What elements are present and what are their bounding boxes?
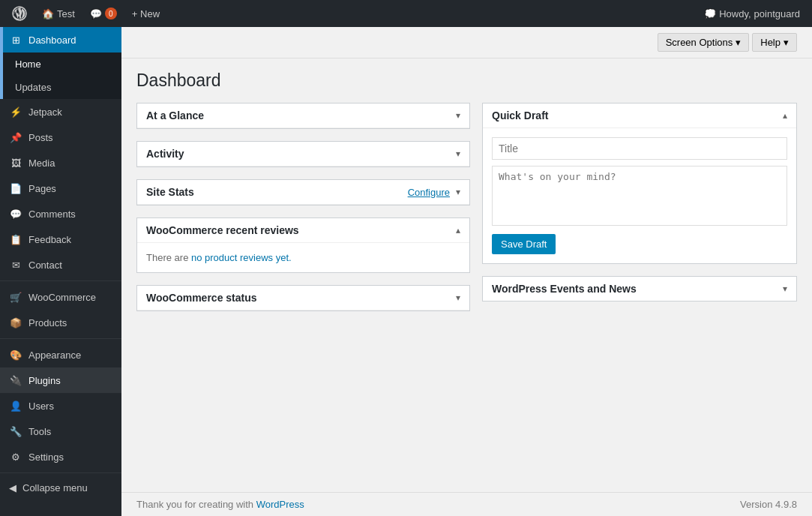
contact-label: Contact <box>28 260 62 271</box>
settings-label: Settings <box>28 452 64 463</box>
updates-label: Updates <box>15 82 51 93</box>
sidebar-item-posts[interactable]: 📌 Posts <box>0 124 121 150</box>
woo-reviews-toggle[interactable] <box>456 225 460 236</box>
footer-left: Thank you for creating with WordPress <box>136 499 304 510</box>
quick-draft-widget: Quick Draft Save Draft <box>482 103 797 264</box>
plugins-label: Plugins <box>28 375 61 386</box>
quick-draft-header[interactable]: Quick Draft <box>483 104 796 128</box>
woocommerce-label: WooCommerce <box>28 292 96 303</box>
site-stats-title: Site Stats <box>146 186 194 198</box>
screen-options-button[interactable]: Screen Options ▾ <box>658 33 750 52</box>
collapse-menu-button[interactable]: ◀ Collapse menu <box>0 476 121 500</box>
dashboard-submenu: Home Updates <box>0 52 121 99</box>
quick-draft-title: Quick Draft <box>492 110 548 122</box>
header-buttons: Screen Options ▾ Help ▾ <box>658 33 797 52</box>
sidebar-item-home[interactable]: Home <box>0 52 121 76</box>
sidebar-item-comments[interactable]: 💬 Comments <box>0 201 121 226</box>
at-a-glance-toggle[interactable] <box>456 110 460 121</box>
plugins-row: 🔌 Plugins Installed Plugins Add New E <box>0 368 121 393</box>
wp-events-header[interactable]: WordPress Events and News <box>483 277 796 301</box>
sidebar-item-products[interactable]: 📦 Products <box>0 310 121 335</box>
new-content-button[interactable]: + New <box>126 0 166 27</box>
sidebar-item-plugins[interactable]: 🔌 Plugins <box>0 368 121 393</box>
sidebar-item-dashboard[interactable]: ⊞ Dashboard <box>0 27 121 52</box>
site-name-label: Test <box>57 8 75 20</box>
sidebar-item-jetpack[interactable]: ⚡ Jetpack <box>0 99 121 124</box>
posts-label: Posts <box>28 132 53 143</box>
help-label: Help <box>760 37 781 48</box>
footer-wordpress-link[interactable]: WordPress <box>256 499 304 510</box>
media-icon: 🖼 <box>9 156 22 170</box>
sidebar-item-woocommerce[interactable]: 🛒 WooCommerce <box>0 284 121 310</box>
posts-icon: 📌 <box>9 130 22 144</box>
jetpack-icon: ⚡ <box>9 105 22 118</box>
feedback-icon: 📋 <box>9 232 22 246</box>
comment-count-badge: 0 <box>105 8 117 20</box>
woo-reviews-widget: WooCommerce recent reviews There are no … <box>136 218 470 273</box>
site-stats-toggle[interactable] <box>456 187 460 197</box>
site-stats-configure-link[interactable]: Configure <box>408 187 450 198</box>
new-label: + New <box>132 8 160 20</box>
screen-options-label: Screen Options <box>666 37 733 48</box>
admin-bar: 🏠 Test 💬 0 + New 💭 Howdy, pointguard <box>0 0 812 27</box>
wp-logo-button[interactable] <box>6 0 33 27</box>
woo-status-title: WooCommerce status <box>146 292 257 304</box>
sidebar-item-contact[interactable]: ✉ Contact <box>0 252 121 278</box>
woo-reviews-body: There are no product reviews yet. <box>137 243 469 272</box>
footer-version: Version 4.9.8 <box>740 499 797 510</box>
right-column: Quick Draft Save Draft Wor <box>482 103 797 323</box>
no-reviews-link[interactable]: no product reviews yet. <box>191 252 292 263</box>
sidebar-item-feedback[interactable]: 📋 Feedback <box>0 226 121 252</box>
activity-header[interactable]: Activity <box>137 142 469 166</box>
wp-logo-icon <box>12 6 27 21</box>
wp-events-title: WordPress Events and News <box>492 283 637 295</box>
help-chevron: ▾ <box>784 37 789 48</box>
howdy-button[interactable]: 💭 Howdy, pointguard <box>698 0 806 27</box>
site-name-button[interactable]: 🏠 Test <box>36 0 81 27</box>
sidebar-item-media[interactable]: 🖼 Media <box>0 150 121 176</box>
content-header: Screen Options ▾ Help ▾ <box>121 27 812 58</box>
comments-button[interactable]: 💬 0 <box>84 0 123 27</box>
quick-draft-body: Save Draft <box>483 128 796 263</box>
products-label: Products <box>28 317 67 328</box>
sidebar-item-tools[interactable]: 🔧 Tools <box>0 418 121 444</box>
quick-draft-toggle[interactable] <box>783 110 787 121</box>
home-label: Home <box>15 58 41 70</box>
at-a-glance-title: At a Glance <box>146 110 204 122</box>
plugins-icon: 🔌 <box>9 374 22 387</box>
sidebar: ⊞ Dashboard Home Updates ⚡ Jetpack 📌 Pos… <box>0 27 121 516</box>
media-label: Media <box>28 158 55 169</box>
dashboard-icon: ⊞ <box>9 33 22 46</box>
quick-draft-body-input[interactable] <box>492 166 787 226</box>
woo-reviews-title: WooCommerce recent reviews <box>146 224 299 236</box>
left-column: At a Glance Activity S <box>136 103 470 323</box>
sidebar-item-updates[interactable]: Updates <box>0 76 121 99</box>
sidebar-item-users[interactable]: 👤 Users <box>0 393 121 418</box>
save-draft-button[interactable]: Save Draft <box>492 234 556 254</box>
sidebar-item-pages[interactable]: 📄 Pages <box>0 176 121 201</box>
dashboard-label: Dashboard <box>28 34 76 46</box>
site-stats-header[interactable]: Site Stats Configure <box>137 180 469 205</box>
quick-draft-title-input[interactable] <box>492 137 787 160</box>
jetpack-label: Jetpack <box>28 106 62 118</box>
activity-title: Activity <box>146 148 184 160</box>
woo-status-header[interactable]: WooCommerce status <box>137 286 469 310</box>
sidebar-item-appearance[interactable]: 🎨 Appearance <box>0 342 121 368</box>
content-area: Screen Options ▾ Help ▾ Dashboard At a <box>121 27 812 516</box>
activity-widget: Activity <box>136 141 470 167</box>
woo-status-toggle[interactable] <box>456 292 460 303</box>
woo-reviews-header[interactable]: WooCommerce recent reviews <box>137 218 469 243</box>
at-a-glance-widget: At a Glance <box>136 103 470 129</box>
tools-icon: 🔧 <box>9 424 22 438</box>
help-button[interactable]: Help ▾ <box>752 33 797 52</box>
users-icon: 👤 <box>9 399 22 412</box>
activity-toggle[interactable] <box>456 148 460 159</box>
sidebar-item-settings[interactable]: ⚙ Settings <box>0 444 121 470</box>
comments-icon: 💬 <box>9 207 22 220</box>
wp-events-toggle[interactable] <box>783 284 787 294</box>
contact-icon: ✉ <box>9 258 22 272</box>
divider-1 <box>0 280 121 281</box>
collapse-label: Collapse menu <box>22 482 88 494</box>
tools-label: Tools <box>28 426 51 437</box>
at-a-glance-header[interactable]: At a Glance <box>137 104 469 128</box>
